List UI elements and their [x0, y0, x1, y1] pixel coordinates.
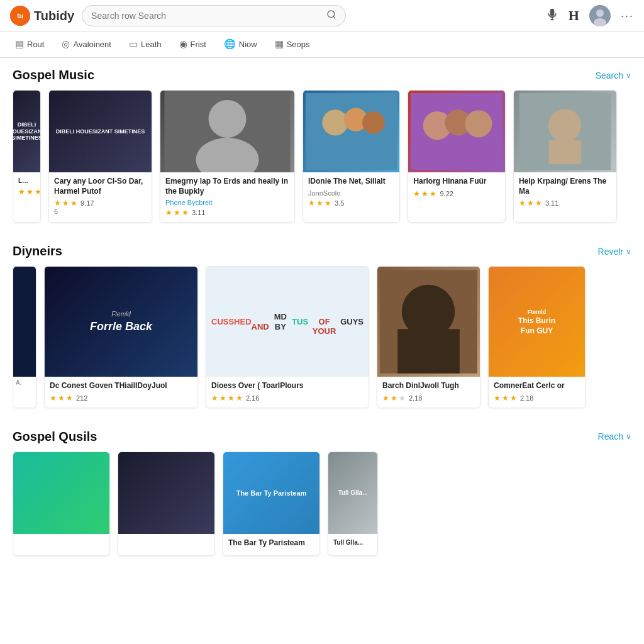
card-diyneirs-1[interactable]: Ftemld Forrle Back Dc Conest Goven THiai…	[44, 266, 198, 408]
card-qusils-1[interactable]	[13, 452, 110, 557]
card-title-3: IDonie The Net, Sillalt	[308, 177, 394, 187]
star-icon: ★	[494, 394, 501, 402]
star-rating-2: ★ ★ ★ 3.11	[165, 208, 289, 217]
star-icon: ★	[316, 199, 323, 208]
card-diyneirs-3[interactable]: Barch DinlJwoll Tugh ★ ★ ★ 2.18	[377, 266, 480, 408]
nav-item-leath[interactable]: ▭ Leath	[121, 32, 169, 57]
card-qusils-3[interactable]: The Bar Ty Paristeam The Bar Ty Paristea…	[223, 452, 320, 557]
svg-line-3	[333, 16, 335, 18]
card-gospel-1[interactable]: DIBELI HOUESIZANT SIMETINES Cary any Loo…	[48, 90, 152, 223]
nav-label-seops: Seops	[287, 40, 310, 49]
nav-label-leath: Leath	[141, 40, 162, 49]
svg-point-11	[322, 109, 348, 135]
svg-text:tu: tu	[17, 13, 23, 19]
card-diyneirs-2[interactable]: CUSSHED AND MD BY TUS OF YOUR GUYS Dioes…	[206, 266, 369, 408]
star-rating-3: ★ ★ ★ 3.5	[308, 199, 394, 208]
star-icon: ★	[70, 199, 77, 208]
star-icon: ★	[430, 189, 436, 198]
star-icon: ★	[66, 394, 73, 402]
card-title-1: Cary any Loor Cl-So Dar, Harmel Putof	[54, 177, 147, 196]
avaloinent-icon: ◎	[62, 38, 70, 50]
star-icon: ★	[413, 189, 420, 198]
star-icon: ★	[219, 394, 226, 402]
section-title-gospel: Gospel Music	[13, 68, 94, 82]
section-action-label-qusils: Reach	[598, 431, 623, 441]
card-gospel-5[interactable]: Help Krpaing/ Erens The Ma ★ ★ ★ 3.11	[513, 90, 617, 223]
nav-label-frist: Frist	[191, 40, 206, 49]
star-icon: ★	[50, 394, 57, 402]
card-gospel-2[interactable]: Emegrny lap To Erds and heally in the Bu…	[160, 90, 295, 223]
star-icon: ★	[519, 199, 526, 208]
nav-item-rout[interactable]: ▤ Rout	[8, 32, 52, 57]
star-icon: ★	[54, 199, 61, 208]
rating-num-d2: 2.16	[246, 394, 259, 402]
section-header-qusils: Gospel Qusils Reach ∨	[13, 430, 631, 444]
rating-num-3: 3.5	[335, 199, 344, 207]
diyneirs-cards-row: A. Ftemld Forrle Back Dc Conest Goven TH…	[13, 266, 631, 412]
star-rating-d2: ★ ★ ★ ★ 2.16	[211, 394, 364, 402]
logo-icon: tu	[10, 6, 30, 26]
star-icon: ★	[502, 394, 509, 402]
section-action-gospel[interactable]: Search ∨	[596, 70, 631, 80]
star-rating-1: ★ ★ ★ 9.17	[54, 199, 147, 208]
nav-label-niow: Niow	[239, 40, 257, 49]
nav-label-rout: Rout	[27, 40, 44, 49]
section-action-diyneirs[interactable]: Revelr ∨	[598, 247, 631, 257]
star-icon: ★	[382, 394, 389, 402]
nav-item-niow[interactable]: 🌐 Niow	[216, 32, 265, 57]
star-rating-d1: ★ ★ ★ 212	[50, 394, 192, 402]
more-options-icon[interactable]: ···	[621, 9, 634, 23]
card-title-q3: The Bar Ty Paristeam	[228, 538, 314, 548]
star-icon: ★	[62, 199, 69, 208]
card-title-d2: Dioess Over ( ToarlPlours	[211, 381, 364, 391]
card-gospel-4[interactable]: Harlorg Hinana Fuür ★ ★ ★ 9.22	[408, 90, 505, 223]
svg-point-13	[362, 111, 385, 134]
star-empty-icon: ★	[399, 394, 406, 402]
svg-point-2	[328, 11, 335, 18]
rating-num-d4: 2.18	[520, 394, 533, 402]
niow-icon: 🌐	[224, 38, 236, 50]
section-header-diyneirs: Diyneirs Revelr ∨	[13, 244, 631, 258]
card-qusils-4[interactable]: Tull Glla... Tull Glla...	[328, 452, 378, 557]
card-title-4: Harlorg Hinana Fuür	[413, 177, 499, 187]
card-sub-3: JonnScolo	[308, 189, 394, 197]
nav-item-frist[interactable]: ◉ Frist	[172, 32, 214, 57]
card-gospel-partial[interactable]: DIBELIHOUESIZANTSIMETINES L… ★ ★ ★	[13, 90, 41, 223]
svg-point-8	[209, 100, 247, 138]
card-diyneirs-4[interactable]: Ftemld This Burin Fun GUY ComnerEat Cerl…	[488, 266, 586, 408]
chevron-down-icon: ∨	[626, 71, 631, 80]
nav-item-seops[interactable]: ▦ Seops	[267, 32, 318, 57]
star-rating-5: ★ ★ ★ 3.11	[519, 199, 611, 208]
star-icon: ★	[58, 394, 65, 402]
svg-rect-23	[397, 329, 460, 373]
card-title-q4: Tull Glla...	[333, 538, 372, 547]
card-diyneirs-partial[interactable]: A.	[13, 266, 36, 408]
avatar[interactable]	[589, 5, 611, 26]
card-title-q1	[18, 538, 104, 548]
card-gospel-3[interactable]: IDonie The Net, Sillalt JonnScolo ★ ★ ★ …	[303, 90, 400, 223]
rating-num-4: 9.22	[440, 190, 453, 197]
card-title-2: Emegrny lap To Erds and heally in the Bu…	[165, 177, 289, 196]
card-sub-partial: A.	[16, 379, 33, 386]
section-action-qusils[interactable]: Reach ∨	[598, 431, 631, 441]
star-icon: ★	[165, 208, 172, 217]
rating-num-2: 3.11	[192, 209, 205, 216]
star-icon: ★	[35, 187, 41, 196]
card-title-5: Help Krpaing/ Erens The Ma	[519, 177, 611, 196]
search-bar[interactable]	[82, 5, 346, 26]
star-icon: ★	[325, 199, 331, 208]
menu-h-icon[interactable]: H	[569, 8, 579, 24]
chevron-down-icon: ∨	[626, 432, 631, 441]
microphone-icon[interactable]	[546, 8, 558, 24]
star-icon: ★	[308, 199, 315, 208]
star-icon: ★	[535, 199, 542, 208]
nav-item-avaloinent[interactable]: ◎ Avaloinent	[54, 32, 118, 57]
search-input[interactable]	[91, 11, 326, 21]
card-qusils-2[interactable]	[118, 452, 215, 557]
rating-num-d1: 212	[76, 394, 87, 402]
card-sub-1: 6	[54, 208, 147, 215]
search-submit-button[interactable]	[326, 9, 336, 22]
rating-num-1: 9.17	[80, 199, 94, 207]
rout-icon: ▤	[15, 38, 24, 50]
star-icon: ★	[236, 394, 243, 402]
